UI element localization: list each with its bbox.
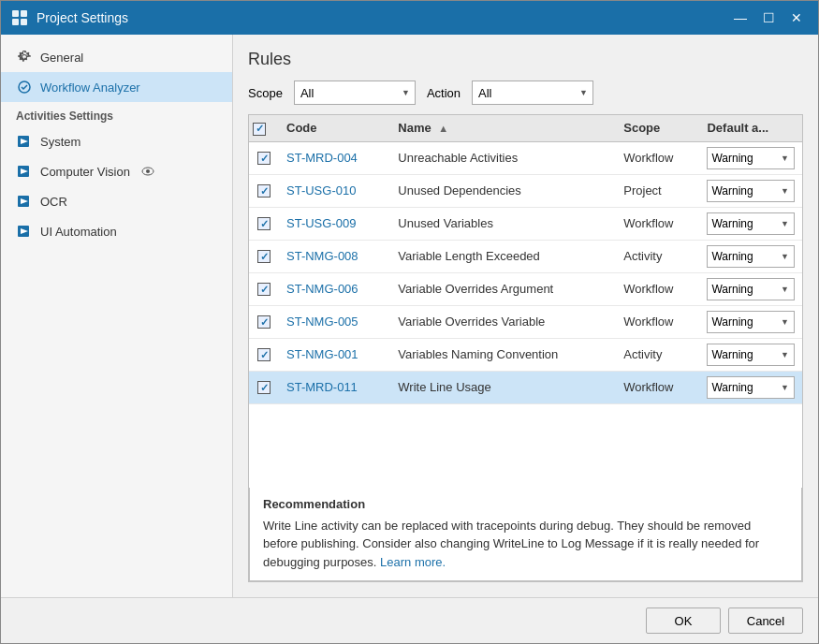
svg-rect-1 [21,10,27,17]
row-name: Variable Overrides Variable [390,305,616,338]
row-checkbox[interactable] [257,217,271,230]
row-checkbox[interactable] [257,152,271,165]
table-row[interactable]: ST-NMG-001Variables Naming ConventionAct… [249,338,802,371]
code-link[interactable]: ST-NMG-001 [286,347,358,361]
col-name[interactable]: Name ▲ [390,115,616,141]
code-link[interactable]: ST-USG-010 [286,183,356,198]
action-dropdown[interactable]: WarningErrorInfoVerbose [707,278,795,300]
window-body: General Workflow Analyzer Activities Set… [1,35,818,597]
row-name: Variables Naming Convention [390,338,616,371]
action-select-wrapper: All Warning Error Info [472,80,593,105]
gear-icon [16,49,33,66]
row-code: ST-NMG-001 [279,338,390,371]
sidebar-item-computer-vision[interactable]: Computer Vision [1,156,232,186]
row-name: Variable Length Exceeded [390,240,616,272]
row-code: ST-NMG-008 [279,240,390,272]
row-action-cell: WarningErrorInfoVerbose [699,338,802,371]
table-row[interactable]: ST-MRD-011Write Line UsageWorkflowWarnin… [249,371,802,403]
table-scroll[interactable]: Code Name ▲ Scope Default a... ST-MRD-00… [249,115,802,488]
action-dropdown[interactable]: WarningErrorInfoVerbose [707,147,795,169]
col-scope: Scope [616,115,699,141]
cancel-button[interactable]: Cancel [728,607,803,634]
sidebar-general-label: General [40,51,83,65]
row-checkbox[interactable] [257,184,271,198]
row-checkbox-cell [249,371,279,403]
action-dropdown[interactable]: WarningErrorInfoVerbose [707,212,795,235]
maximize-button[interactable]: ☐ [756,6,781,30]
row-code: ST-MRD-004 [279,141,390,174]
table-row[interactable]: ST-USG-009Unused VariablesWorkflowWarnin… [249,207,802,240]
row-scope: Activity [616,338,699,371]
code-link[interactable]: ST-NMG-008 [286,249,358,263]
app-icon [10,8,29,27]
row-action-cell: WarningErrorInfoVerbose [699,305,802,338]
system-arrow-icon [16,133,33,150]
row-checkbox[interactable] [257,283,271,296]
code-link[interactable]: ST-NMG-005 [286,315,358,329]
row-checkbox-cell [249,141,279,174]
window-title: Project Settings [37,10,728,25]
row-scope: Activity [616,240,699,272]
col-code: Code [279,115,390,141]
svg-rect-0 [12,10,19,17]
code-link[interactable]: ST-MRD-011 [286,380,358,394]
svg-point-10 [146,169,150,173]
row-name: Write Line Usage [390,371,616,403]
filter-bar: Scope All Workflow Activity Project Acti… [248,80,803,105]
select-all-checkbox[interactable] [253,123,266,136]
sidebar-item-ui-automation[interactable]: UI Automation [1,216,232,246]
sidebar-item-system[interactable]: System [1,126,232,156]
action-dropdown[interactable]: WarningErrorInfoVerbose [707,180,795,202]
row-code: ST-NMG-006 [279,272,390,305]
table-row[interactable]: ST-MRD-004Unreachable ActivitiesWorkflow… [249,141,802,174]
table-row[interactable]: ST-NMG-008Variable Length ExceededActivi… [249,240,802,272]
learn-more-link[interactable]: Learn more. [380,555,446,569]
cv-arrow-icon [16,163,33,180]
row-checkbox[interactable] [257,250,271,263]
table-row[interactable]: ST-NMG-006Variable Overrides ArgumentWor… [249,272,802,305]
recommendation-panel: Recommendation Write Line activity can b… [249,488,802,582]
row-checkbox[interactable] [257,348,271,361]
row-code: ST-USG-009 [279,207,390,240]
action-dropdown[interactable]: WarningErrorInfoVerbose [707,311,795,333]
table-row[interactable]: ST-USG-010Unused DependenciesProjectWarn… [249,174,802,207]
row-checkbox[interactable] [257,381,271,394]
code-link[interactable]: ST-MRD-004 [286,151,358,165]
row-name: Unused Dependencies [390,174,616,207]
sidebar-item-ocr[interactable]: OCR [1,186,232,216]
close-button[interactable]: ✕ [784,6,809,30]
page-title: Rules [248,50,803,69]
sidebar: General Workflow Analyzer Activities Set… [1,35,233,597]
row-checkbox-cell [249,338,279,371]
action-dropdown[interactable]: WarningErrorInfoVerbose [707,245,795,268]
ok-button[interactable]: OK [646,607,721,634]
rules-table-container: Code Name ▲ Scope Default a... ST-MRD-00… [248,114,803,582]
row-action-cell: WarningErrorInfoVerbose [699,272,802,305]
recommendation-title: Recommendation [263,497,788,511]
sidebar-item-general[interactable]: General [1,42,232,72]
action-dropdown[interactable]: WarningErrorInfoVerbose [707,344,795,366]
code-link[interactable]: ST-NMG-006 [286,282,358,296]
title-bar: Project Settings — ☐ ✕ [1,1,818,35]
table-row[interactable]: ST-NMG-005Variable Overrides VariableWor… [249,305,802,338]
rec-text-part1: Write Line activity can be replaced with… [263,519,759,569]
sidebar-item-workflow-analyzer[interactable]: Workflow Analyzer [1,72,232,102]
row-checkbox-cell [249,305,279,338]
scope-select[interactable]: All Workflow Activity Project [294,80,416,105]
action-select[interactable]: All Warning Error Info [472,80,593,105]
action-dropdown[interactable]: WarningErrorInfoVerbose [707,376,795,399]
row-code: ST-MRD-011 [279,371,390,403]
sidebar-uia-label: UI Automation [40,225,117,239]
row-checkbox-cell [249,272,279,305]
row-checkbox[interactable] [257,315,271,329]
eye-icon [141,165,154,178]
recommendation-text: Write Line activity can be replaced with… [263,517,788,572]
row-name: Unreachable Activities [390,141,616,174]
row-scope: Project [616,174,699,207]
code-link[interactable]: ST-USG-009 [286,216,356,230]
activities-section-title: Activities Settings [1,102,232,126]
minimize-button[interactable]: — [728,6,753,30]
action-label: Action [427,86,461,100]
sidebar-cv-label: Computer Vision [40,165,130,179]
scope-label: Scope [248,86,283,100]
